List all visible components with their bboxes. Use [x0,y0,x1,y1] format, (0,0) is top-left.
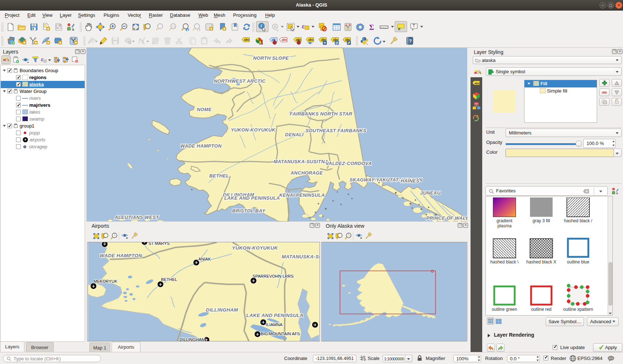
svg-text:outline xpattern: outline xpattern [563,307,593,312]
svg-text:✈: ✈ [262,320,265,325]
svg-text:ALEUTIANS WEST: ALEUTIANS WEST [114,215,159,220]
svg-text:ILIAMNA: ILIAMNA [266,322,283,327]
svg-text:YUKON-KOYUKUK: YUKON-KOYUKUK [232,245,278,251]
svg-text:ANIAK: ANIAK [198,257,211,261]
svg-text:✈: ✈ [92,284,95,289]
svg-text:DILLINGHAM: DILLINGHAM [179,337,205,341]
svg-text:JUNEAU: JUNEAU [420,190,441,196]
svg-text:HAINES: HAINES [400,178,419,184]
svg-text:✈: ✈ [256,332,259,337]
svg-text:✈: ✈ [103,242,107,247]
svg-text:outline green: outline green [492,307,517,312]
svg-text:✈: ✈ [24,138,27,142]
svg-text:BIG MOUNTAIN AFS: BIG MOUNTAIN AFS [261,332,300,336]
svg-text:ε: ε [41,56,44,62]
svg-text:abc: abc [475,82,480,85]
svg-text:FAIRBANKS NORTH STAR: FAIRBANKS NORTH STAR [290,111,352,117]
svg-text:✈: ✈ [194,260,198,265]
svg-text:T: T [413,23,415,28]
svg-text:BETHEL: BETHEL [209,173,229,179]
svg-text:MATANUSKA-SUSITNA: MATANUSKA-SUSITNA [274,159,328,164]
svg-text:WADE HAMPTON: WADE HAMPTON [181,143,222,149]
svg-text:BETHEL: BETHEL [161,277,177,282]
svg-text:MEKORYUK: MEKORYUK [93,279,117,283]
svg-text:hashed black X: hashed black X [526,259,556,265]
svg-text:✈: ✈ [143,242,146,244]
svg-text:outline blue: outline blue [567,259,589,265]
svg-text:ST MARYS: ST MARYS [148,242,170,246]
svg-text:NOME: NOME [197,107,212,112]
svg-text:1:1: 1:1 [172,25,175,28]
svg-text:hashed black \: hashed black \ [490,259,519,265]
svg-text:a: a [616,191,618,195]
svg-text:NORTHWEST ARCTIC: NORTHWEST ARCTIC [214,78,266,84]
svg-text:PRINCE OF WALES: PRINCE OF WALES [426,215,467,221]
svg-text:Σ: Σ [369,23,374,31]
svg-text:LAKE AND PENINSULA: LAKE AND PENINSULA [224,195,280,201]
svg-text:SPARREVOHN LRRS: SPARREVOHN LRRS [252,274,294,278]
svg-text:KENAI PENINSULA: KENAI PENINSULA [279,192,325,198]
svg-text:outline red: outline red [531,307,552,312]
svg-text:gradient: gradient [496,218,512,223]
svg-text:gray 3 fill: gray 3 fill [533,218,550,223]
svg-text:ε: ε [302,23,305,30]
svg-text:a: a [72,27,74,31]
svg-text:MATANUSKA-SUS: MATANUSKA-SUS [282,254,320,259]
svg-text:ANCHORAGE: ANCHORAGE [290,170,323,176]
svg-text:BRISTOL BAY: BRISTOL BAY [232,208,266,214]
svg-text:abc: abc [244,38,249,42]
svg-text:abc: abc [282,38,287,42]
svg-text:plasma: plasma [498,223,512,228]
svg-text:WADE HAMPTON: WADE HAMPTON [100,253,142,258]
svg-text:YUKON-KOYUKUK: YUKON-KOYUKUK [231,127,276,133]
svg-text:hashed black /: hashed black / [564,218,592,223]
svg-text:?: ? [409,38,412,44]
svg-text:✈: ✈ [205,337,208,341]
svg-text:SOUTHEAST FAIRBANKS: SOUTHEAST FAIRBANKS [305,128,366,133]
svg-text:NORTH SLOPE: NORTH SLOPE [253,55,289,61]
svg-text:DENALI: DENALI [285,132,304,137]
svg-text:LAKE AND PENINSULA: LAKE AND PENINSULA [246,313,303,318]
svg-text:✈: ✈ [159,282,162,287]
svg-text:✈: ✈ [313,322,317,328]
svg-text:VALDEZ-CORDOVA: VALDEZ-CORDOVA [326,161,372,166]
svg-text:DILLINGHAM: DILLINGHAM [206,307,238,313]
svg-text:abc: abc [308,38,314,42]
svg-text:✈: ✈ [252,278,255,283]
